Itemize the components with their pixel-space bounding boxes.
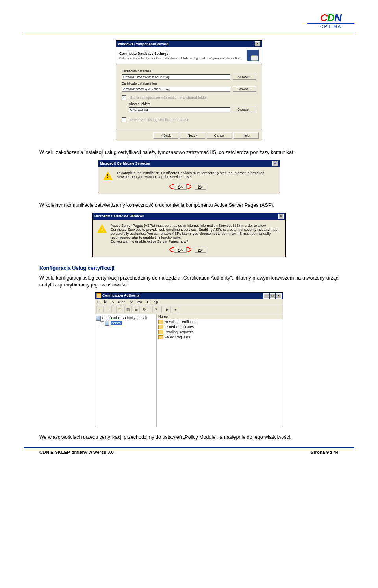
list-icon[interactable]: ▥ xyxy=(124,306,132,313)
list-item[interactable]: Revoked Certificates xyxy=(157,319,283,325)
folder-icon xyxy=(158,335,163,339)
tree-node-cdnca[interactable]: +cdnca xyxy=(100,321,155,326)
wizard-title: Windows Components Wizard xyxy=(118,42,169,46)
paragraph-2: W kolejnym komunikacie zatwierdzamy koni… xyxy=(39,202,339,209)
wizard-header-icon xyxy=(247,50,259,61)
refresh-icon[interactable]: ↻ xyxy=(141,306,148,313)
close-icon[interactable]: × xyxy=(278,214,284,219)
yes-button[interactable]: Yes xyxy=(174,247,187,253)
cert-dblog-input[interactable]: C:\WINDOWS\system32\CertLog xyxy=(122,87,230,92)
menu-help[interactable]: Help xyxy=(147,300,158,304)
page-header: СDN OPTIMA xyxy=(24,12,354,29)
shared-folder-input[interactable]: C:\CAConfig xyxy=(129,107,230,112)
help-button[interactable]: Help xyxy=(233,132,259,139)
mmc-titlebar: Certification Authority _ □ × xyxy=(95,293,283,299)
header-rule xyxy=(24,32,354,32)
warning-icon xyxy=(103,171,113,180)
wizard-header-title: Certificate Database Settings xyxy=(119,52,241,56)
folder-icon xyxy=(158,320,163,324)
preserve-db-checkbox: Preserve existing certificate database xyxy=(122,117,256,122)
maximize-icon[interactable]: □ xyxy=(270,293,275,299)
list-item[interactable]: Failed Requests xyxy=(157,335,283,340)
no-button[interactable]: No xyxy=(195,184,206,190)
mmc-figure: Certification Authority _ □ × File Actio… xyxy=(24,292,354,426)
back-icon[interactable]: ← xyxy=(96,306,104,313)
warning-icon xyxy=(97,224,107,233)
wizard-figure: Windows Components Wizard × Certificate … xyxy=(24,40,354,141)
browse-button[interactable]: Browse... xyxy=(233,74,256,80)
list-header-name[interactable]: Name xyxy=(157,314,283,319)
page-footer: CDN E-SKLEP, zmiany w wersji 3.0 Strona … xyxy=(24,450,354,454)
stop-icon[interactable]: ■ xyxy=(172,306,179,313)
wizard-titlebar: Windows Components Wizard × xyxy=(116,41,262,47)
back-button[interactable]: < Back xyxy=(153,132,178,139)
wizard-header: Certificate Database Settings Enter loca… xyxy=(116,47,262,64)
dialog2-titlebar: Microsoft Certificate Services × xyxy=(93,213,285,220)
highlighted-yes-button: Yes xyxy=(169,184,191,190)
folder-icon xyxy=(158,325,163,329)
cert-icon xyxy=(96,293,101,298)
browse-button[interactable]: Browse... xyxy=(233,86,256,92)
footer-rule xyxy=(24,447,354,448)
cancel-button[interactable]: Cancel xyxy=(207,132,232,139)
dialog2-title: Microsoft Certificate Services xyxy=(94,214,144,218)
help-icon[interactable]: ? xyxy=(152,306,159,313)
cert-dblog-label: Certificate database log: xyxy=(122,82,256,85)
paragraph-3: W celu konfiguracji usług certyfikacji p… xyxy=(39,275,339,288)
mmc-tree[interactable]: Certification Authority (Local) +cdnca xyxy=(95,314,157,427)
next-button[interactable]: Next > xyxy=(180,132,205,139)
yes-button[interactable]: Yes xyxy=(174,184,187,190)
close-icon[interactable]: × xyxy=(272,161,278,166)
list-item[interactable]: Issued Certificates xyxy=(157,325,283,330)
minimize-icon[interactable]: _ xyxy=(263,293,269,299)
mmc-menubar: File Action View Help xyxy=(95,299,283,305)
checkbox-icon xyxy=(122,117,126,122)
properties-icon[interactable]: ☰ xyxy=(133,306,140,313)
tree-root[interactable]: Certification Authority (Local) xyxy=(96,316,155,321)
play-icon[interactable]: ▶ xyxy=(164,306,171,313)
menu-view[interactable]: View xyxy=(130,300,142,304)
checkbox-icon: ✓ xyxy=(122,95,126,100)
dialog2-figure: Microsoft Certificate Services × Active … xyxy=(24,213,354,257)
mmc-title: Certification Authority xyxy=(102,293,140,297)
list-item[interactable]: Pending Requests xyxy=(157,330,283,335)
cdn-optima-logo: СDN OPTIMA xyxy=(307,12,354,29)
forward-icon[interactable]: → xyxy=(105,306,112,313)
dialog1-text: To complete the installation, Certificat… xyxy=(117,171,275,179)
dialog1-title: Microsoft Certificate Services xyxy=(100,161,150,165)
cert-db-label: Certificate database: xyxy=(122,69,256,73)
close-icon[interactable]: × xyxy=(276,293,282,299)
menu-file[interactable]: File xyxy=(97,300,107,304)
shared-folder-checkbox[interactable]: ✓ Store configuration information in a s… xyxy=(122,95,256,100)
highlighted-yes-button: Yes xyxy=(169,247,191,253)
wizard-header-sub: Enter locations for the certificate data… xyxy=(119,56,241,60)
paragraph-4: We właściwościach urzędu certyfikacji pr… xyxy=(39,434,339,441)
cert-authority-icon xyxy=(96,316,101,321)
dialog2-text: Active Server Pages (ASPs) must be enabl… xyxy=(111,224,281,243)
dialog1-titlebar: Microsoft Certificate Services × xyxy=(98,160,280,167)
paragraph-1: W celu zakończenia instalacji usług cert… xyxy=(39,149,339,156)
folder-icon xyxy=(158,330,163,334)
menu-action[interactable]: Action xyxy=(112,300,126,304)
browse-button[interactable]: Browse... xyxy=(233,107,256,112)
footer-right: Strona 9 z 44 xyxy=(311,450,339,454)
mmc-list[interactable]: Name Revoked Certificates Issued Certifi… xyxy=(157,314,283,427)
up-icon[interactable]: ⬚ xyxy=(116,306,123,313)
shared-folder-label: Shared folder: xyxy=(129,102,256,106)
close-icon[interactable]: × xyxy=(255,41,260,46)
mmc-toolbar: ← → ⬚ ▥ ☰ ↻ ? ▶ ■ xyxy=(95,305,283,314)
dialog1-figure: Microsoft Certificate Services × To comp… xyxy=(24,160,354,194)
section-heading: Konfiguracja Usług certyfikacji xyxy=(39,265,339,271)
footer-left: CDN E-SKLEP, zmiany w wersji 3.0 xyxy=(39,450,114,454)
expand-icon[interactable]: + xyxy=(100,321,104,325)
cert-db-input[interactable]: C:\WINDOWS\system32\CertLog xyxy=(122,74,230,80)
no-button[interactable]: No xyxy=(195,247,206,253)
ca-icon xyxy=(105,321,109,326)
